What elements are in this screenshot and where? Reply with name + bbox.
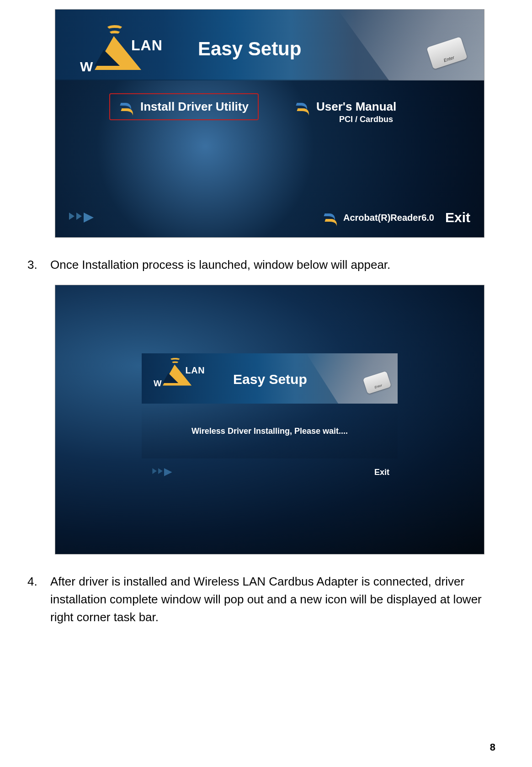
- step-4-number: 4.: [27, 573, 38, 626]
- acrobat-reader-button[interactable]: Acrobat(R)Reader6.0: [323, 211, 434, 224]
- step-4: 4. After driver is installed and Wireles…: [27, 573, 505, 626]
- step-4-text: After driver is installed and Wireless L…: [50, 573, 505, 626]
- install-driver-label: Install Driver Utility: [140, 100, 249, 114]
- users-manual-button[interactable]: User's Manual: [295, 100, 396, 114]
- wlan-logo: W LAN: [146, 356, 208, 387]
- setup-footer: Acrobat(R)Reader6.0 Exit: [55, 197, 484, 238]
- arrow-decoration-icon: [152, 468, 172, 476]
- step-3-text: Once Installation process is launched, w…: [50, 256, 505, 274]
- exit-button[interactable]: Exit: [445, 210, 470, 225]
- users-manual-subtitle: PCI / Cardbus: [339, 115, 396, 124]
- setup2-footer: Exit: [142, 458, 398, 486]
- swoosh-icon: [323, 211, 340, 224]
- logo-lan-text: LAN: [131, 37, 163, 54]
- setup2-title: Easy Setup: [233, 372, 307, 387]
- step-3-number: 3.: [27, 256, 38, 274]
- exit-button[interactable]: Exit: [374, 468, 389, 477]
- easy-setup-screenshot-1: W LAN Easy Setup Enter Install Driver Ut…: [55, 9, 484, 238]
- swoosh-icon: [295, 100, 312, 114]
- page-number: 8: [490, 741, 495, 753]
- setup-title: Easy Setup: [198, 38, 301, 60]
- logo-lan-text: LAN: [186, 365, 205, 376]
- setup-header: W LAN Easy Setup Enter: [55, 10, 484, 80]
- wlan-logo: W LAN: [68, 22, 169, 73]
- setup2-header: W LAN Easy Setup Enter: [142, 353, 398, 404]
- step-3: 3. Once Installation process is launched…: [27, 256, 505, 274]
- logo-w-letter: W: [80, 59, 93, 75]
- logo-w-letter: W: [154, 379, 162, 389]
- easy-setup-screenshot-2: W LAN Easy Setup Enter Wireless Driver I…: [55, 285, 484, 554]
- arrow-decoration-icon: [69, 213, 94, 223]
- installing-status-area: Wireless Driver Installing, Please wait.…: [142, 404, 398, 458]
- setup-menu-area: Install Driver Utility User's Manual PCI…: [55, 80, 484, 197]
- acrobat-reader-label: Acrobat(R)Reader6.0: [343, 213, 434, 223]
- users-manual-label: User's Manual: [316, 100, 396, 114]
- installing-status-text: Wireless Driver Installing, Please wait.…: [192, 426, 348, 436]
- install-driver-utility-button[interactable]: Install Driver Utility: [109, 93, 259, 120]
- swoosh-icon: [119, 100, 136, 114]
